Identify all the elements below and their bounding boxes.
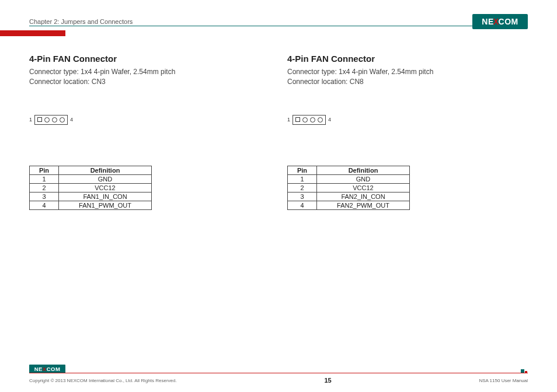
- connector-diagram: 1 4: [29, 115, 270, 125]
- connector-type: Connector type: 1x4 4-pin Wafer, 2.54mm …: [29, 67, 270, 77]
- pin-2-icon: [302, 117, 308, 123]
- table-row: 1GND: [288, 174, 410, 183]
- th-pin: Pin: [288, 166, 317, 174]
- page-number: 15: [324, 377, 331, 384]
- th-def: Definition: [59, 166, 152, 174]
- table-header-row: Pin Definition: [30, 166, 152, 174]
- pin-label-start: 1: [287, 117, 290, 123]
- th-def: Definition: [317, 166, 410, 174]
- table-row: 4FAN1_PWM_OUT: [30, 201, 152, 209]
- table-row: 3FAN1_IN_CON: [30, 192, 152, 201]
- column-left: 4-Pin FAN Connector Connector type: 1x4 …: [29, 54, 270, 210]
- copyright: Copyright © 2013 NEXCOM International Co…: [29, 378, 177, 383]
- table-header-row: Pin Definition: [288, 166, 410, 174]
- table-row: 1GND: [30, 174, 152, 183]
- pin-label-end: 4: [328, 117, 331, 123]
- chapter-title: Chapter 2: Jumpers and Connectors: [29, 18, 133, 25]
- connector-location: Connector location: CN8: [287, 77, 528, 87]
- table-row: 2VCC12: [30, 183, 152, 192]
- brand-logo: NEXCOM: [472, 14, 528, 29]
- table-row: 3FAN2_IN_CON: [288, 192, 410, 201]
- table-row: 4FAN2_PWM_OUT: [288, 201, 410, 209]
- pin-1-icon: [37, 117, 42, 122]
- pin-label-end: 4: [70, 117, 73, 123]
- pin-3-icon: [52, 117, 57, 123]
- footer-rule: [29, 373, 528, 373]
- footer-logo: NEXCOM: [29, 365, 65, 373]
- connector-type: Connector type: 1x4 4-pin Wafer, 2.54mm …: [287, 67, 528, 77]
- connector-location: Connector location: CN3: [29, 77, 270, 87]
- footer-row: Copyright © 2013 NEXCOM International Co…: [29, 377, 528, 384]
- table-row: 2VCC12: [288, 183, 410, 192]
- header-rule: [29, 26, 528, 26]
- section-title: 4-Pin FAN Connector: [287, 54, 528, 64]
- pin-2-icon: [44, 117, 50, 123]
- pin-1-icon: [295, 117, 300, 122]
- column-right: 4-Pin FAN Connector Connector type: 1x4 …: [287, 54, 528, 210]
- connector-diagram: 1 4: [287, 115, 528, 125]
- section-title: 4-Pin FAN Connector: [29, 54, 270, 64]
- header-redbar: [0, 30, 65, 36]
- pinout-table: Pin Definition 1GND 2VCC12 3FAN2_IN_CON …: [287, 166, 410, 210]
- pin-3-icon: [310, 117, 315, 123]
- th-pin: Pin: [30, 166, 59, 174]
- doc-title: NSA 1150 User Manual: [479, 378, 528, 383]
- pin-label-start: 1: [29, 117, 32, 123]
- pinout-table: Pin Definition 1GND 2VCC12 3FAN1_IN_CON …: [29, 166, 152, 210]
- pin-4-icon: [60, 117, 65, 123]
- pin-4-icon: [318, 117, 323, 123]
